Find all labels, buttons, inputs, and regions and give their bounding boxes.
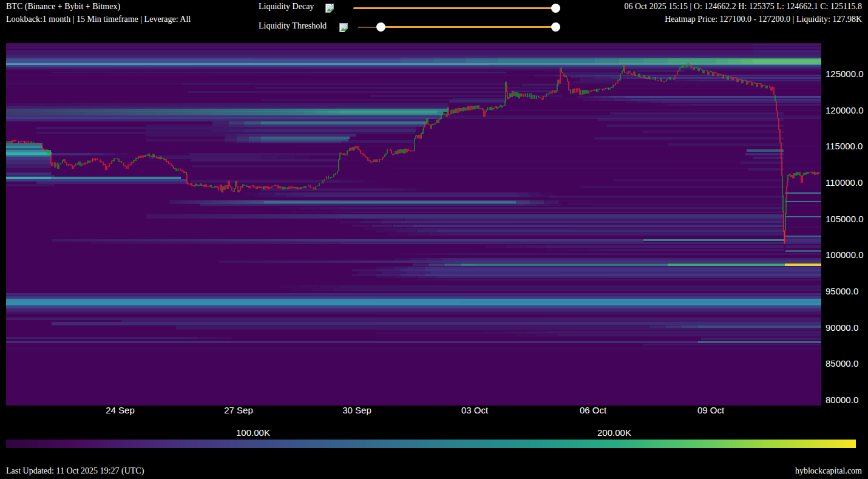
svg-text:115000.0: 115000.0 [826,141,863,151]
svg-text:30 Sep: 30 Sep [342,405,371,415]
svg-text:120000.0: 120000.0 [826,105,864,115]
svg-text:95000.0: 95000.0 [826,286,858,296]
svg-text:27 Sep: 27 Sep [224,405,253,415]
svg-text:105000.0: 105000.0 [826,214,864,224]
svg-text:80000.0: 80000.0 [826,395,858,405]
svg-text:03 Oct: 03 Oct [461,405,489,415]
svg-text:06 Oct: 06 Oct [580,405,607,415]
svg-text:24 Sep: 24 Sep [106,405,135,415]
svg-text:09 Oct: 09 Oct [697,405,725,415]
svg-text:85000.0: 85000.0 [826,358,858,369]
svg-text:100000.0: 100000.0 [826,250,864,260]
svg-text:90000.0: 90000.0 [826,322,858,333]
svg-text:110000.0: 110000.0 [826,177,863,188]
svg-text:125000.0: 125000.0 [826,69,864,79]
